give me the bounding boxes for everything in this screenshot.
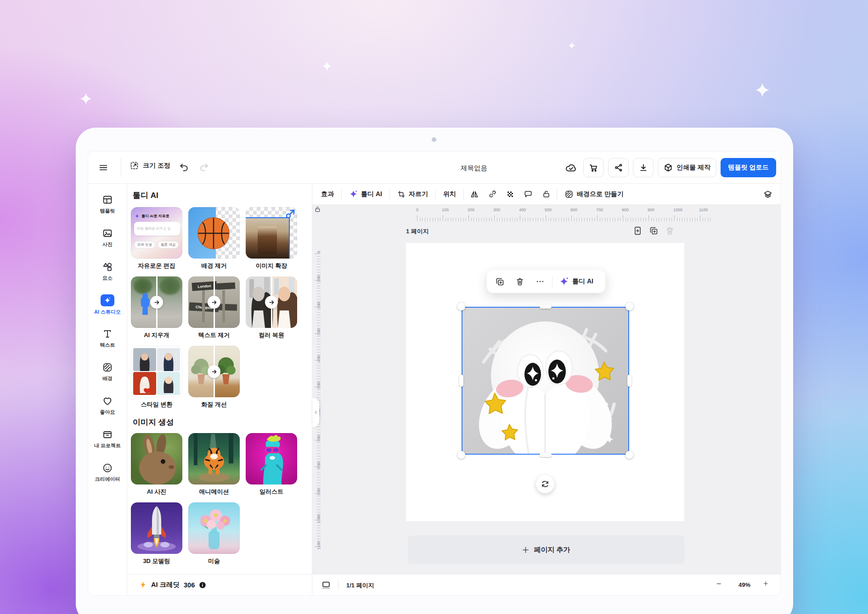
gen-card-ai-photo[interactable]: AI 사진 [131, 433, 182, 496]
sidebar-item-background[interactable]: 배경 [88, 355, 127, 389]
model-3d-thumbnail [131, 502, 182, 554]
lock-button[interactable] [537, 184, 555, 205]
flip-button[interactable] [465, 184, 484, 205]
tool-card-text-remove[interactable]: London Chungwa [188, 276, 240, 339]
link-button[interactable] [484, 184, 502, 205]
position-button[interactable]: 위치 [437, 184, 462, 205]
add-page-button[interactable]: 페이지 추가 [408, 535, 684, 564]
sidebar-item-ai-studio[interactable]: AI 스튜디오 [88, 288, 127, 321]
selection-handle-top[interactable] [540, 304, 552, 309]
selection-handle-right[interactable] [627, 375, 631, 387]
gen-card-animation[interactable]: 애니메이션 [188, 433, 240, 496]
duplicate-page-icon[interactable] [649, 226, 659, 236]
statusbar-divider [338, 580, 338, 590]
effect-label: 효과 [321, 190, 334, 198]
selection-handle-bottom-right[interactable] [626, 451, 633, 459]
tool-card-label: 자유로운 편집 [131, 262, 182, 270]
tool-card-quality-enhance[interactable]: 화질 개선 [188, 346, 240, 409]
gen-card-label: 애니메이션 [188, 488, 240, 496]
selection-tooldi-ai-button[interactable]: 툴디 AI [554, 271, 598, 292]
duplicate-button[interactable] [490, 271, 510, 292]
toolbar-divider [389, 189, 390, 199]
more-options-button[interactable] [530, 271, 550, 292]
tool-card-bg-remove[interactable]: 배경 제거 [188, 207, 240, 270]
sidebar-item-elements[interactable]: 요소 [88, 254, 127, 288]
cloud-check-icon [565, 162, 577, 174]
tool-card-color-restore[interactable]: 컬러 복원 [246, 276, 297, 339]
panel-collapse-tab[interactable] [312, 398, 319, 427]
character-image [462, 307, 629, 455]
ruler-number: 700 [596, 208, 603, 212]
add-page-icon[interactable] [633, 226, 643, 236]
tool-card-style-transfer[interactable]: 스타일 변환 [131, 346, 182, 409]
cart-button[interactable] [583, 158, 604, 177]
delete-button[interactable] [510, 271, 530, 292]
info-icon[interactable] [199, 581, 206, 589]
delete-page-icon[interactable] [665, 226, 675, 236]
download-button[interactable] [633, 158, 654, 177]
tooldi-ai-button[interactable]: 툴디 AI [343, 184, 388, 205]
sidebar-item-likes[interactable]: 좋아요 [88, 389, 127, 422]
layers-button[interactable] [755, 184, 781, 205]
selection-handle-top-left[interactable] [457, 303, 465, 310]
zoom-out-button[interactable]: − [716, 579, 721, 589]
canvas-area: 효과 툴디 AI 자르기 위치 [312, 184, 781, 595]
effect-button[interactable]: 효과 [315, 184, 340, 205]
transparency-button[interactable] [502, 184, 519, 205]
sidebar-item-creator[interactable]: 크리에이터 [88, 456, 127, 489]
tool-card-label: 컬러 복원 [246, 331, 297, 339]
gen-card-art[interactable]: 미술 [188, 502, 240, 565]
selection-handle-left[interactable] [459, 375, 463, 387]
before-after-arrow [150, 296, 163, 309]
resize-button[interactable]: 크기 조정 [130, 161, 170, 170]
sidebar-item-label: 내 프로젝트 [94, 442, 121, 449]
zoom-in-button[interactable]: + [763, 579, 768, 589]
menu-button[interactable] [96, 162, 110, 173]
color-restore-thumbnail [246, 276, 297, 328]
tool-card-label: AI 지우개 [131, 331, 182, 339]
gen-card-illustration[interactable]: 일러스트 [246, 433, 297, 496]
selection-handle-top-right[interactable] [626, 303, 633, 310]
quality-enhance-thumbnail [188, 346, 240, 397]
ruler-lock-corner[interactable] [312, 205, 322, 223]
toolbar-divider [552, 276, 552, 287]
toolbar-divider [435, 189, 436, 199]
sidebar-item-text[interactable]: 텍스트 [88, 321, 127, 355]
page-actions [633, 226, 675, 236]
sidebar-item-my-projects[interactable]: 내 프로젝트 [88, 422, 127, 456]
template-upload-button[interactable]: 템플릿 업로드 [721, 158, 776, 177]
tool-card-free-edit[interactable]: 툴디 AI로 자유로 어떤 형태로 바꾸고 싶 피부 보정 웜톤 색감 자유로운… [131, 207, 182, 270]
make-background-button[interactable]: 배경으로 만들기 [558, 184, 630, 205]
ai-credit-label: AI 크레딧 [151, 580, 180, 589]
zoom-level[interactable]: 49% [738, 581, 750, 588]
selection-handle-bottom-left[interactable] [457, 451, 465, 459]
page-view-button[interactable] [320, 580, 333, 591]
print-production-button[interactable]: 인쇄물 제작 [658, 158, 716, 177]
canvas-viewport[interactable]: 1 페이지 [322, 223, 781, 574]
tool-card-ai-eraser[interactable]: AI 지우개 [131, 276, 182, 339]
chevron-left-icon [314, 410, 318, 415]
undo-button[interactable] [179, 162, 190, 173]
redo-button[interactable] [198, 162, 209, 173]
plus-icon [522, 546, 530, 554]
tool-card-image-expand[interactable]: 이미지 확장 [246, 207, 297, 270]
sidebar-item-photo[interactable]: 사진 [88, 221, 127, 254]
sparkle-icon [79, 92, 93, 106]
rotate-button[interactable] [536, 475, 554, 493]
background-icon [564, 190, 574, 199]
ruler-number: 1100 [699, 208, 708, 212]
bolt-icon [139, 581, 147, 589]
toolbar-divider [341, 189, 342, 199]
crop-button[interactable]: 자르기 [391, 184, 434, 205]
gen-card-3d-model[interactable]: 3D 모델링 [131, 502, 182, 565]
duplicate-icon [495, 277, 505, 287]
context-toolbar: 효과 툴디 AI 자르기 위치 [312, 184, 781, 205]
selected-image-element[interactable] [462, 307, 629, 455]
share-button[interactable] [608, 158, 629, 177]
document-title[interactable]: 제목없음 [442, 164, 506, 173]
ruler-number: 100 [442, 208, 449, 212]
basketball-image [197, 216, 231, 250]
comment-button[interactable] [519, 184, 537, 205]
sidebar-item-template[interactable]: 템플릿 [88, 187, 127, 221]
selection-handle-bottom[interactable] [540, 453, 552, 457]
